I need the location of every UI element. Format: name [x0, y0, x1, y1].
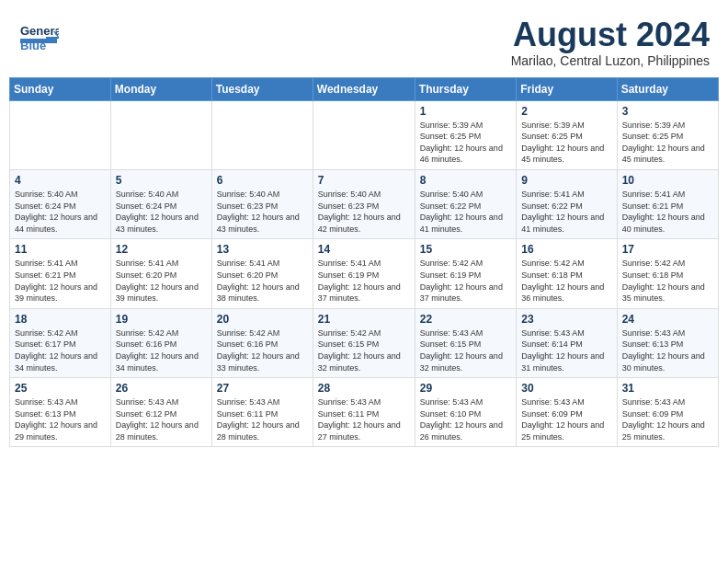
- week-row-1: 1Sunrise: 5:39 AM Sunset: 6:25 PM Daylig…: [10, 100, 719, 169]
- calendar-cell: 23Sunrise: 5:43 AM Sunset: 6:14 PM Dayli…: [517, 308, 617, 377]
- svg-text:Blue: Blue: [20, 39, 46, 52]
- weekday-header-thursday: Thursday: [415, 77, 516, 100]
- calendar-cell: [110, 100, 211, 169]
- day-content: Sunrise: 5:43 AM Sunset: 6:11 PM Dayligh…: [217, 396, 308, 442]
- calendar-cell: 5Sunrise: 5:40 AM Sunset: 6:24 PM Daylig…: [110, 169, 211, 238]
- calendar-cell: 25Sunrise: 5:43 AM Sunset: 6:13 PM Dayli…: [10, 378, 111, 447]
- weekday-header-friday: Friday: [517, 77, 617, 100]
- day-content: Sunrise: 5:41 AM Sunset: 6:21 PM Dayligh…: [15, 258, 106, 304]
- calendar-cell: 20Sunrise: 5:42 AM Sunset: 6:16 PM Dayli…: [211, 308, 313, 377]
- logo: General Blue: [18, 17, 59, 57]
- weekday-header-sunday: Sunday: [10, 77, 111, 100]
- day-number: 27: [217, 382, 308, 395]
- day-number: 11: [15, 243, 106, 256]
- day-number: 24: [622, 313, 713, 326]
- day-number: 15: [420, 243, 511, 256]
- weekday-header-monday: Monday: [110, 77, 211, 100]
- day-content: Sunrise: 5:43 AM Sunset: 6:13 PM Dayligh…: [15, 396, 106, 442]
- day-content: Sunrise: 5:42 AM Sunset: 6:18 PM Dayligh…: [521, 258, 611, 304]
- day-content: Sunrise: 5:43 AM Sunset: 6:13 PM Dayligh…: [622, 327, 713, 373]
- calendar-cell: 10Sunrise: 5:41 AM Sunset: 6:21 PM Dayli…: [617, 169, 718, 238]
- day-content: Sunrise: 5:42 AM Sunset: 6:16 PM Dayligh…: [116, 327, 207, 373]
- calendar-cell: 14Sunrise: 5:41 AM Sunset: 6:19 PM Dayli…: [313, 239, 415, 308]
- calendar-cell: 24Sunrise: 5:43 AM Sunset: 6:13 PM Dayli…: [617, 308, 718, 377]
- calendar-cell: 3Sunrise: 5:39 AM Sunset: 6:25 PM Daylig…: [617, 100, 718, 169]
- month-year-title: August 2024: [511, 17, 710, 53]
- day-number: 26: [116, 382, 207, 395]
- day-number: 21: [318, 313, 410, 326]
- day-number: 5: [116, 174, 207, 187]
- day-number: 12: [116, 243, 207, 256]
- calendar-cell: 27Sunrise: 5:43 AM Sunset: 6:11 PM Dayli…: [211, 378, 313, 447]
- week-row-2: 4Sunrise: 5:40 AM Sunset: 6:24 PM Daylig…: [10, 169, 719, 238]
- day-number: 28: [318, 382, 410, 395]
- day-content: Sunrise: 5:43 AM Sunset: 6:11 PM Dayligh…: [318, 396, 410, 442]
- calendar-cell: 30Sunrise: 5:43 AM Sunset: 6:09 PM Dayli…: [517, 378, 617, 447]
- day-number: 22: [420, 313, 511, 326]
- day-content: Sunrise: 5:43 AM Sunset: 6:09 PM Dayligh…: [622, 396, 713, 442]
- day-content: Sunrise: 5:41 AM Sunset: 6:19 PM Dayligh…: [318, 258, 410, 304]
- day-number: 6: [217, 174, 308, 187]
- calendar-cell: 31Sunrise: 5:43 AM Sunset: 6:09 PM Dayli…: [617, 378, 718, 447]
- calendar-cell: 7Sunrise: 5:40 AM Sunset: 6:23 PM Daylig…: [313, 169, 415, 238]
- week-row-4: 18Sunrise: 5:42 AM Sunset: 6:17 PM Dayli…: [10, 308, 719, 377]
- calendar-cell: 28Sunrise: 5:43 AM Sunset: 6:11 PM Dayli…: [313, 378, 415, 447]
- day-content: Sunrise: 5:42 AM Sunset: 6:18 PM Dayligh…: [622, 258, 713, 304]
- day-content: Sunrise: 5:43 AM Sunset: 6:12 PM Dayligh…: [116, 396, 207, 442]
- calendar-cell: 9Sunrise: 5:41 AM Sunset: 6:22 PM Daylig…: [517, 169, 617, 238]
- calendar-cell: [211, 100, 313, 169]
- logo-icon: General Blue: [18, 17, 59, 57]
- svg-marker-2: [46, 37, 59, 39]
- day-content: Sunrise: 5:39 AM Sunset: 6:25 PM Dayligh…: [622, 120, 713, 166]
- calendar-cell: 29Sunrise: 5:43 AM Sunset: 6:10 PM Dayli…: [415, 378, 516, 447]
- day-content: Sunrise: 5:41 AM Sunset: 6:21 PM Dayligh…: [622, 189, 713, 235]
- day-content: Sunrise: 5:40 AM Sunset: 6:23 PM Dayligh…: [318, 189, 410, 235]
- weekday-header-wednesday: Wednesday: [313, 77, 415, 100]
- day-content: Sunrise: 5:39 AM Sunset: 6:25 PM Dayligh…: [521, 120, 611, 166]
- calendar-cell: 6Sunrise: 5:40 AM Sunset: 6:23 PM Daylig…: [211, 169, 313, 238]
- day-number: 2: [521, 105, 611, 118]
- title-area: August 2024 Marilao, Central Luzon, Phil…: [511, 17, 710, 68]
- calendar-cell: 22Sunrise: 5:43 AM Sunset: 6:15 PM Dayli…: [415, 308, 516, 377]
- day-number: 19: [116, 313, 207, 326]
- day-content: Sunrise: 5:40 AM Sunset: 6:24 PM Dayligh…: [15, 189, 106, 235]
- day-number: 17: [622, 243, 713, 256]
- location-subtitle: Marilao, Central Luzon, Philippines: [511, 53, 710, 68]
- day-number: 4: [15, 174, 106, 187]
- calendar-cell: 17Sunrise: 5:42 AM Sunset: 6:18 PM Dayli…: [617, 239, 718, 308]
- day-number: 14: [318, 243, 410, 256]
- day-content: Sunrise: 5:43 AM Sunset: 6:09 PM Dayligh…: [521, 396, 611, 442]
- day-content: Sunrise: 5:42 AM Sunset: 6:15 PM Dayligh…: [318, 327, 410, 373]
- calendar-cell: 11Sunrise: 5:41 AM Sunset: 6:21 PM Dayli…: [10, 239, 111, 308]
- calendar-cell: 12Sunrise: 5:41 AM Sunset: 6:20 PM Dayli…: [110, 239, 211, 308]
- day-number: 3: [622, 105, 713, 118]
- day-number: 29: [420, 382, 511, 395]
- day-content: Sunrise: 5:41 AM Sunset: 6:22 PM Dayligh…: [521, 189, 611, 235]
- day-content: Sunrise: 5:39 AM Sunset: 6:25 PM Dayligh…: [420, 120, 511, 166]
- week-row-5: 25Sunrise: 5:43 AM Sunset: 6:13 PM Dayli…: [10, 378, 719, 447]
- day-number: 31: [622, 382, 713, 395]
- calendar-cell: 19Sunrise: 5:42 AM Sunset: 6:16 PM Dayli…: [110, 308, 211, 377]
- day-number: 30: [521, 382, 611, 395]
- day-content: Sunrise: 5:43 AM Sunset: 6:10 PM Dayligh…: [420, 396, 511, 442]
- day-number: 7: [318, 174, 410, 187]
- calendar-cell: 16Sunrise: 5:42 AM Sunset: 6:18 PM Dayli…: [517, 239, 617, 308]
- day-content: Sunrise: 5:41 AM Sunset: 6:20 PM Dayligh…: [116, 258, 207, 304]
- header: General Blue August 2024 Marilao, Centra…: [9, 9, 719, 72]
- calendar-cell: 15Sunrise: 5:42 AM Sunset: 6:19 PM Dayli…: [415, 239, 516, 308]
- day-content: Sunrise: 5:40 AM Sunset: 6:24 PM Dayligh…: [116, 189, 207, 235]
- weekday-header-row: SundayMondayTuesdayWednesdayThursdayFrid…: [10, 77, 719, 100]
- day-content: Sunrise: 5:43 AM Sunset: 6:15 PM Dayligh…: [420, 327, 511, 373]
- day-content: Sunrise: 5:42 AM Sunset: 6:17 PM Dayligh…: [15, 327, 106, 373]
- day-content: Sunrise: 5:43 AM Sunset: 6:14 PM Dayligh…: [521, 327, 611, 373]
- calendar-cell: 2Sunrise: 5:39 AM Sunset: 6:25 PM Daylig…: [517, 100, 617, 169]
- day-number: 18: [15, 313, 106, 326]
- calendar-cell: [313, 100, 415, 169]
- day-number: 13: [217, 243, 308, 256]
- calendar-cell: [10, 100, 111, 169]
- calendar-cell: 13Sunrise: 5:41 AM Sunset: 6:20 PM Dayli…: [211, 239, 313, 308]
- week-row-3: 11Sunrise: 5:41 AM Sunset: 6:21 PM Dayli…: [10, 239, 719, 308]
- calendar-cell: 1Sunrise: 5:39 AM Sunset: 6:25 PM Daylig…: [415, 100, 516, 169]
- day-content: Sunrise: 5:42 AM Sunset: 6:16 PM Dayligh…: [217, 327, 308, 373]
- day-number: 16: [521, 243, 611, 256]
